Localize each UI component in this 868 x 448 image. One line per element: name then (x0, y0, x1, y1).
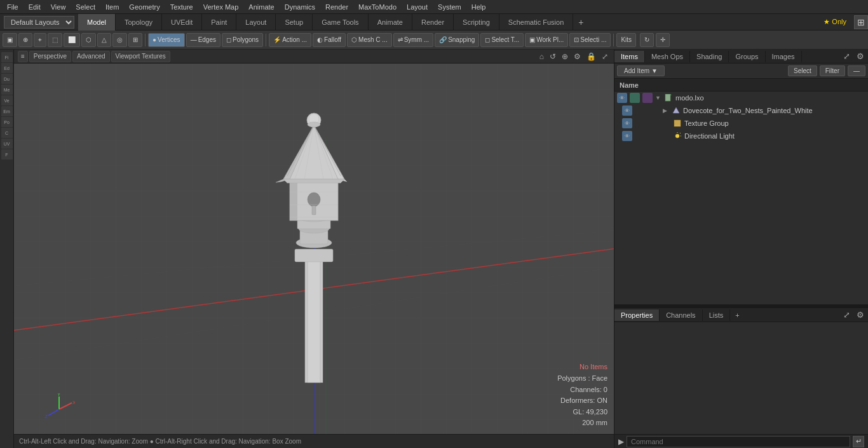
menu-render[interactable]: Render (321, 2, 353, 12)
sidebar-c[interactable]: C (1, 128, 13, 138)
menu-select[interactable]: Select (71, 2, 100, 12)
menu-animate[interactable]: Animate (244, 2, 278, 12)
item-expand-modo[interactable]: ▼ (655, 95, 661, 101)
tool-mesh[interactable]: ⬡ (81, 33, 96, 47)
sidebar-edit[interactable]: Ed (1, 63, 13, 73)
viewport-expand-icon[interactable]: ⤢ (600, 51, 610, 62)
snapping-btn[interactable]: 🔗 Snapping (435, 33, 479, 47)
sidebar-edge[interactable]: Em (1, 106, 13, 116)
menu-texture[interactable]: Texture (166, 2, 198, 12)
command-arrow-icon[interactable]: ▶ (618, 437, 624, 446)
tab-scripting[interactable]: Scripting (454, 14, 499, 31)
menu-layout[interactable]: Layout (402, 2, 432, 12)
items-tab-items[interactable]: Items (614, 51, 645, 62)
falloff-btn[interactable]: ◐ Falloff (313, 33, 346, 47)
item-row-dovecote[interactable]: 👁 ▶ Dovecote_for_Two_Nests_Painted_White (614, 104, 868, 117)
item-expand-dovecote[interactable]: ▶ (663, 107, 669, 114)
props-tab-channels[interactable]: Channels (660, 309, 702, 321)
item-eye-dovecote[interactable]: 👁 (622, 105, 632, 116)
command-input[interactable] (627, 436, 850, 447)
mode-edges[interactable]: — Edges (186, 33, 220, 47)
items-tab-shading[interactable]: Shading (690, 51, 729, 62)
item-row-texture[interactable]: 👁 Texture Group (614, 117, 868, 130)
tab-topology[interactable]: Topology (116, 14, 162, 31)
menu-maxtomodo[interactable]: MaxToModo (354, 2, 401, 12)
viewport-advanced[interactable]: Advanced (72, 51, 109, 62)
viewport-textures[interactable]: Viewport Textures (111, 51, 170, 62)
items-tab-mesh-ops[interactable]: Mesh Ops (645, 51, 690, 62)
viewport-3d[interactable]: No Items Polygons : Face Channels: 0 Def… (14, 64, 614, 434)
viewport-settings-icon[interactable]: ⚙ (572, 51, 583, 62)
nav-pan[interactable]: ✛ (656, 33, 670, 47)
tab-game-tools[interactable]: Game Tools (313, 14, 369, 31)
props-expand-icon[interactable]: ⤢ (841, 309, 853, 320)
props-settings-icon[interactable]: ⚙ (854, 309, 867, 320)
layout-select[interactable]: Default Layouts (4, 16, 74, 29)
work-pl-btn[interactable]: ▣ Work Pl... (525, 33, 568, 47)
tool-select-box[interactable]: ⬜ (64, 33, 80, 47)
menu-item[interactable]: Item (101, 2, 123, 12)
items-tab-groups[interactable]: Groups (729, 51, 765, 62)
menu-geometry[interactable]: Geometry (125, 2, 164, 12)
item-eye3-modo[interactable] (642, 93, 653, 103)
tab-setup[interactable]: Setup (276, 14, 313, 31)
tool-subdivide[interactable]: ⊞ (128, 33, 142, 47)
sidebar-file[interactable]: Fi (1, 52, 13, 62)
item-eye-modo[interactable]: 👁 (617, 93, 627, 103)
tool-circle[interactable]: ⊕ (18, 33, 32, 47)
tool-box[interactable]: ▣ (3, 33, 17, 47)
star-only[interactable]: ★ Only (818, 18, 851, 26)
tab-paint[interactable]: Paint (202, 14, 236, 31)
props-tab-lists[interactable]: Lists (703, 309, 731, 321)
tab-animate[interactable]: Animate (369, 14, 412, 31)
props-tab-properties[interactable]: Properties (614, 309, 660, 321)
viewport-refresh-icon[interactable]: ↺ (548, 51, 558, 62)
mesh-btn[interactable]: ⬡ Mesh C ... (347, 33, 392, 47)
item-eye2-modo[interactable] (630, 93, 640, 103)
viewport-menu-toggle[interactable]: ≡ (18, 51, 28, 62)
menu-edit[interactable]: Edit (24, 2, 45, 12)
expand-button[interactable]: ⊞ (854, 15, 868, 29)
items-settings-icon[interactable]: ⚙ (854, 51, 867, 62)
menu-view[interactable]: View (46, 2, 71, 12)
item-eye-texture[interactable]: 👁 (622, 118, 632, 128)
sidebar-poly[interactable]: Po (1, 117, 13, 127)
add-item-button[interactable]: Add Item ▼ (617, 65, 665, 76)
mode-vertices[interactable]: ● Vertices (148, 33, 185, 47)
tab-add-button[interactable]: + (573, 15, 588, 30)
kits-btn[interactable]: Kits (616, 33, 636, 47)
item-eye-light[interactable]: 👁 (622, 131, 632, 141)
action-btn[interactable]: ⚡ Action ... (269, 33, 311, 47)
items-tab-images[interactable]: Images (766, 51, 802, 62)
command-enter-button[interactable]: ↵ (853, 436, 864, 447)
sidebar-dup[interactable]: Du (1, 74, 13, 84)
menu-system[interactable]: System (433, 2, 466, 12)
viewport-lock-icon[interactable]: 🔒 (585, 51, 598, 62)
sidebar-vertex[interactable]: Ve (1, 95, 13, 105)
nav-rotate[interactable]: ↻ (640, 33, 654, 47)
menu-vertex-map[interactable]: Vertex Map (199, 2, 243, 12)
filter-button[interactable]: Filter (820, 65, 845, 76)
item-row-light[interactable]: 👁 Directional Light (614, 130, 868, 142)
tab-render[interactable]: Render (412, 14, 454, 31)
tool-transform[interactable]: ⬚ (48, 33, 62, 47)
tool-cursor[interactable]: ⌖ (34, 33, 46, 47)
sidebar-f[interactable]: F (1, 149, 13, 160)
items-list[interactable]: 👁 ▼ modo.lxo 👁 ▶ (614, 92, 868, 304)
props-add-tab[interactable]: + (730, 309, 744, 321)
viewport-home-icon[interactable]: ⌂ (538, 51, 546, 62)
sidebar-mesh[interactable]: Me (1, 85, 13, 95)
menu-dynamics[interactable]: Dynamics (280, 2, 320, 12)
viewport-zoom-icon[interactable]: ⊕ (560, 51, 570, 62)
sidebar-uv[interactable]: UV (1, 139, 13, 149)
tool-loop[interactable]: ◎ (112, 33, 127, 47)
menu-help[interactable]: Help (467, 2, 491, 12)
items-expand-icon[interactable]: ⤢ (841, 51, 853, 62)
viewport-perspective[interactable]: Perspective (29, 51, 71, 62)
tab-schematic-fusion[interactable]: Schematic Fusion (499, 14, 573, 31)
menu-file[interactable]: File (3, 2, 23, 12)
minus-button[interactable]: — (848, 65, 865, 76)
selecti-btn[interactable]: ⊡ Selecti ... (569, 33, 611, 47)
tab-uvedit[interactable]: UVEdit (162, 14, 202, 31)
tool-poly[interactable]: △ (97, 33, 111, 47)
